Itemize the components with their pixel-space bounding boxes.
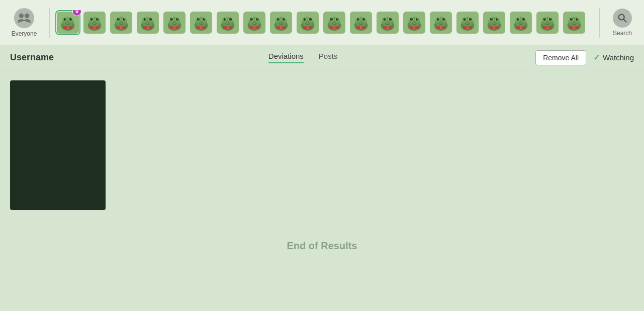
- avatar-item-11[interactable]: [322, 10, 347, 35]
- avatar-img: [297, 12, 319, 34]
- tab-deviations[interactable]: Deviations: [268, 52, 304, 63]
- avatar-img: [83, 12, 106, 34]
- avatar-item-8[interactable]: [242, 10, 267, 35]
- remove-all-button[interactable]: Remove All: [535, 50, 586, 65]
- svg-point-126: [330, 18, 333, 21]
- avatar-item-15[interactable]: [428, 10, 453, 35]
- frog-svg: [192, 13, 211, 32]
- avatar-item-6[interactable]: [189, 10, 214, 35]
- avatar-item-13[interactable]: [375, 10, 400, 35]
- svg-point-69: [204, 18, 205, 19]
- frog-svg: [351, 13, 371, 32]
- crown-badge: ♛: [72, 10, 81, 16]
- avatar-item-2[interactable]: [82, 10, 107, 35]
- frog-svg: [431, 13, 450, 32]
- avatar-item-18[interactable]: [508, 10, 533, 35]
- avatar-item-1[interactable]: ♛: [55, 10, 80, 35]
- svg-point-93: [257, 18, 258, 19]
- svg-point-237: [577, 18, 578, 19]
- avatar-item-17[interactable]: [482, 10, 507, 35]
- avatar-item-12[interactable]: [348, 10, 374, 35]
- avatar-img: [217, 12, 239, 34]
- frog-svg: [298, 13, 317, 32]
- svg-point-165: [417, 18, 418, 19]
- svg-point-80: [225, 18, 226, 19]
- avatar-img: [350, 12, 372, 34]
- avatar-item-10[interactable]: [295, 10, 320, 35]
- frog-svg: [565, 13, 584, 32]
- svg-point-151: [389, 18, 392, 21]
- avatar-img: [190, 12, 212, 34]
- avatar-img: [243, 12, 265, 34]
- svg-point-235: [576, 18, 579, 21]
- svg-point-103: [283, 18, 286, 21]
- avatar-img: [510, 12, 532, 34]
- svg-point-22: [93, 22, 94, 23]
- svg-point-227: [548, 22, 549, 23]
- svg-point-94: [253, 22, 254, 23]
- magnifier-svg: [617, 13, 628, 24]
- tab-posts[interactable]: Posts: [319, 52, 338, 63]
- svg-rect-97: [253, 26, 255, 29]
- top-bar: Everyone: [0, 0, 644, 45]
- svg-point-140: [358, 18, 359, 19]
- svg-point-82: [226, 22, 227, 23]
- avatar-item-3[interactable]: [109, 10, 134, 35]
- svg-point-46: [146, 22, 147, 23]
- avatar-item-5[interactable]: [162, 10, 187, 35]
- avatar-item-14[interactable]: [402, 10, 427, 35]
- avatar-item-20[interactable]: [562, 10, 587, 35]
- watching-button[interactable]: ✓ Watching: [593, 53, 634, 62]
- svg-point-90: [250, 18, 253, 21]
- svg-rect-133: [333, 26, 335, 29]
- svg-point-59: [175, 22, 176, 23]
- svg-point-57: [177, 18, 178, 19]
- svg-point-175: [442, 18, 445, 21]
- svg-point-31: [123, 18, 126, 21]
- svg-point-91: [256, 18, 259, 21]
- svg-point-0: [19, 13, 24, 18]
- avatar-item-16[interactable]: [455, 10, 480, 35]
- svg-point-186: [463, 18, 466, 21]
- svg-point-198: [490, 18, 493, 21]
- avatar-item-4[interactable]: [135, 10, 160, 35]
- svg-point-139: [362, 18, 365, 21]
- svg-point-187: [469, 18, 472, 21]
- avatar-item-7[interactable]: [215, 10, 240, 35]
- svg-point-119: [308, 22, 309, 23]
- svg-point-176: [438, 18, 439, 19]
- svg-rect-217: [520, 26, 522, 29]
- svg-point-155: [388, 22, 389, 23]
- svg-rect-157: [387, 26, 389, 29]
- left-divider: [49, 8, 50, 38]
- avatar-img: [456, 12, 479, 34]
- svg-point-226: [546, 22, 547, 23]
- svg-point-166: [413, 22, 414, 23]
- avatar-img: [536, 12, 559, 34]
- svg-rect-73: [200, 26, 202, 29]
- deviation-card[interactable]: [10, 80, 106, 210]
- svg-point-54: [170, 18, 173, 21]
- svg-point-142: [359, 22, 360, 23]
- frog-svg: [112, 13, 131, 32]
- avatar-item-19[interactable]: [535, 10, 560, 35]
- everyone-button[interactable]: Everyone: [4, 4, 44, 41]
- svg-rect-181: [440, 26, 442, 29]
- svg-point-1: [25, 13, 29, 18]
- svg-point-130: [333, 22, 334, 23]
- svg-point-203: [495, 22, 496, 23]
- svg-point-33: [124, 18, 125, 19]
- svg-point-153: [391, 18, 392, 19]
- svg-point-71: [202, 22, 203, 23]
- svg-point-178: [439, 22, 440, 23]
- sub-header: Username Deviations Posts Remove All ✓ W…: [0, 45, 644, 70]
- svg-point-45: [151, 18, 152, 19]
- search-button[interactable]: Search: [605, 4, 640, 41]
- svg-point-225: [550, 18, 551, 19]
- avatar-img: [483, 12, 505, 34]
- svg-point-92: [251, 18, 252, 19]
- avatar-item-9[interactable]: [268, 10, 294, 35]
- svg-point-190: [466, 22, 467, 23]
- svg-point-215: [521, 22, 522, 23]
- search-label: Search: [613, 30, 632, 37]
